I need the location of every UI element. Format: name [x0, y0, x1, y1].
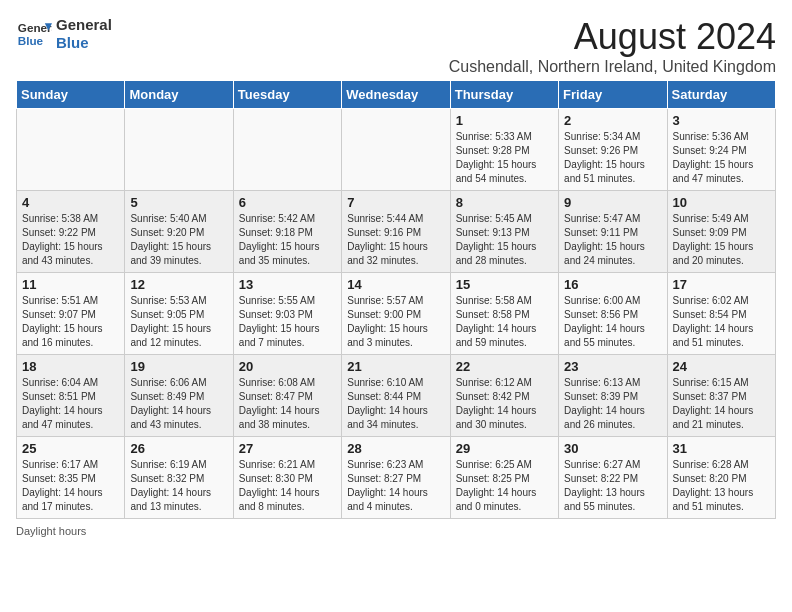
title-block: August 2024 Cushendall, Northern Ireland…: [449, 16, 776, 76]
day-number: 24: [673, 359, 770, 374]
day-cell: 27Sunrise: 6:21 AM Sunset: 8:30 PM Dayli…: [233, 437, 341, 519]
day-info: Sunrise: 6:28 AM Sunset: 8:20 PM Dayligh…: [673, 458, 770, 514]
day-number: 12: [130, 277, 227, 292]
day-info: Sunrise: 5:40 AM Sunset: 9:20 PM Dayligh…: [130, 212, 227, 268]
weekday-header-row: SundayMondayTuesdayWednesdayThursdayFrid…: [17, 81, 776, 109]
svg-text:Blue: Blue: [18, 34, 44, 47]
day-cell: [125, 109, 233, 191]
day-cell: 8Sunrise: 5:45 AM Sunset: 9:13 PM Daylig…: [450, 191, 558, 273]
day-number: 5: [130, 195, 227, 210]
day-info: Sunrise: 6:10 AM Sunset: 8:44 PM Dayligh…: [347, 376, 444, 432]
day-info: Sunrise: 6:15 AM Sunset: 8:37 PM Dayligh…: [673, 376, 770, 432]
day-number: 4: [22, 195, 119, 210]
day-info: Sunrise: 5:34 AM Sunset: 9:26 PM Dayligh…: [564, 130, 661, 186]
day-cell: [342, 109, 450, 191]
day-cell: 16Sunrise: 6:00 AM Sunset: 8:56 PM Dayli…: [559, 273, 667, 355]
day-number: 30: [564, 441, 661, 456]
day-number: 15: [456, 277, 553, 292]
day-cell: 25Sunrise: 6:17 AM Sunset: 8:35 PM Dayli…: [17, 437, 125, 519]
day-cell: 3Sunrise: 5:36 AM Sunset: 9:24 PM Daylig…: [667, 109, 775, 191]
day-cell: 24Sunrise: 6:15 AM Sunset: 8:37 PM Dayli…: [667, 355, 775, 437]
day-info: Sunrise: 5:47 AM Sunset: 9:11 PM Dayligh…: [564, 212, 661, 268]
week-row-1: 4Sunrise: 5:38 AM Sunset: 9:22 PM Daylig…: [17, 191, 776, 273]
weekday-header-thursday: Thursday: [450, 81, 558, 109]
day-cell: 14Sunrise: 5:57 AM Sunset: 9:00 PM Dayli…: [342, 273, 450, 355]
logo-blue: Blue: [56, 34, 112, 52]
day-number: 18: [22, 359, 119, 374]
day-cell: [17, 109, 125, 191]
day-number: 11: [22, 277, 119, 292]
day-cell: 17Sunrise: 6:02 AM Sunset: 8:54 PM Dayli…: [667, 273, 775, 355]
logo-icon: General Blue: [16, 16, 52, 52]
day-cell: 19Sunrise: 6:06 AM Sunset: 8:49 PM Dayli…: [125, 355, 233, 437]
day-cell: 9Sunrise: 5:47 AM Sunset: 9:11 PM Daylig…: [559, 191, 667, 273]
day-info: Sunrise: 6:00 AM Sunset: 8:56 PM Dayligh…: [564, 294, 661, 350]
calendar: SundayMondayTuesdayWednesdayThursdayFrid…: [16, 80, 776, 519]
day-info: Sunrise: 5:51 AM Sunset: 9:07 PM Dayligh…: [22, 294, 119, 350]
day-cell: 10Sunrise: 5:49 AM Sunset: 9:09 PM Dayli…: [667, 191, 775, 273]
day-cell: 2Sunrise: 5:34 AM Sunset: 9:26 PM Daylig…: [559, 109, 667, 191]
weekday-header-sunday: Sunday: [17, 81, 125, 109]
day-info: Sunrise: 5:53 AM Sunset: 9:05 PM Dayligh…: [130, 294, 227, 350]
day-number: 31: [673, 441, 770, 456]
day-cell: 22Sunrise: 6:12 AM Sunset: 8:42 PM Dayli…: [450, 355, 558, 437]
day-number: 17: [673, 277, 770, 292]
logo-general: General: [56, 16, 112, 34]
day-cell: 4Sunrise: 5:38 AM Sunset: 9:22 PM Daylig…: [17, 191, 125, 273]
day-cell: 31Sunrise: 6:28 AM Sunset: 8:20 PM Dayli…: [667, 437, 775, 519]
footer-note: Daylight hours: [16, 525, 776, 537]
day-number: 6: [239, 195, 336, 210]
day-cell: 11Sunrise: 5:51 AM Sunset: 9:07 PM Dayli…: [17, 273, 125, 355]
week-row-0: 1Sunrise: 5:33 AM Sunset: 9:28 PM Daylig…: [17, 109, 776, 191]
day-number: 22: [456, 359, 553, 374]
day-info: Sunrise: 6:27 AM Sunset: 8:22 PM Dayligh…: [564, 458, 661, 514]
main-title: August 2024: [449, 16, 776, 58]
day-info: Sunrise: 5:55 AM Sunset: 9:03 PM Dayligh…: [239, 294, 336, 350]
day-cell: 6Sunrise: 5:42 AM Sunset: 9:18 PM Daylig…: [233, 191, 341, 273]
day-number: 9: [564, 195, 661, 210]
day-cell: 29Sunrise: 6:25 AM Sunset: 8:25 PM Dayli…: [450, 437, 558, 519]
day-number: 8: [456, 195, 553, 210]
logo: General Blue General Blue: [16, 16, 112, 52]
day-cell: 28Sunrise: 6:23 AM Sunset: 8:27 PM Dayli…: [342, 437, 450, 519]
day-info: Sunrise: 5:38 AM Sunset: 9:22 PM Dayligh…: [22, 212, 119, 268]
day-cell: 20Sunrise: 6:08 AM Sunset: 8:47 PM Dayli…: [233, 355, 341, 437]
day-cell: 15Sunrise: 5:58 AM Sunset: 8:58 PM Dayli…: [450, 273, 558, 355]
svg-text:General: General: [18, 21, 52, 34]
day-cell: 26Sunrise: 6:19 AM Sunset: 8:32 PM Dayli…: [125, 437, 233, 519]
week-row-2: 11Sunrise: 5:51 AM Sunset: 9:07 PM Dayli…: [17, 273, 776, 355]
day-number: 27: [239, 441, 336, 456]
day-number: 20: [239, 359, 336, 374]
day-number: 1: [456, 113, 553, 128]
day-number: 16: [564, 277, 661, 292]
day-cell: 12Sunrise: 5:53 AM Sunset: 9:05 PM Dayli…: [125, 273, 233, 355]
day-cell: 5Sunrise: 5:40 AM Sunset: 9:20 PM Daylig…: [125, 191, 233, 273]
day-info: Sunrise: 5:58 AM Sunset: 8:58 PM Dayligh…: [456, 294, 553, 350]
day-cell: [233, 109, 341, 191]
day-number: 19: [130, 359, 227, 374]
calendar-body: 1Sunrise: 5:33 AM Sunset: 9:28 PM Daylig…: [17, 109, 776, 519]
day-info: Sunrise: 5:36 AM Sunset: 9:24 PM Dayligh…: [673, 130, 770, 186]
day-info: Sunrise: 5:45 AM Sunset: 9:13 PM Dayligh…: [456, 212, 553, 268]
day-number: 21: [347, 359, 444, 374]
day-number: 13: [239, 277, 336, 292]
week-row-3: 18Sunrise: 6:04 AM Sunset: 8:51 PM Dayli…: [17, 355, 776, 437]
day-number: 23: [564, 359, 661, 374]
day-cell: 21Sunrise: 6:10 AM Sunset: 8:44 PM Dayli…: [342, 355, 450, 437]
day-info: Sunrise: 5:33 AM Sunset: 9:28 PM Dayligh…: [456, 130, 553, 186]
day-info: Sunrise: 6:25 AM Sunset: 8:25 PM Dayligh…: [456, 458, 553, 514]
header: General Blue General Blue August 2024 Cu…: [16, 16, 776, 76]
day-info: Sunrise: 6:19 AM Sunset: 8:32 PM Dayligh…: [130, 458, 227, 514]
day-info: Sunrise: 5:57 AM Sunset: 9:00 PM Dayligh…: [347, 294, 444, 350]
day-number: 25: [22, 441, 119, 456]
subtitle: Cushendall, Northern Ireland, United Kin…: [449, 58, 776, 76]
weekday-header-wednesday: Wednesday: [342, 81, 450, 109]
day-info: Sunrise: 6:08 AM Sunset: 8:47 PM Dayligh…: [239, 376, 336, 432]
day-info: Sunrise: 6:13 AM Sunset: 8:39 PM Dayligh…: [564, 376, 661, 432]
day-cell: 13Sunrise: 5:55 AM Sunset: 9:03 PM Dayli…: [233, 273, 341, 355]
day-info: Sunrise: 6:23 AM Sunset: 8:27 PM Dayligh…: [347, 458, 444, 514]
day-cell: 23Sunrise: 6:13 AM Sunset: 8:39 PM Dayli…: [559, 355, 667, 437]
day-info: Sunrise: 6:12 AM Sunset: 8:42 PM Dayligh…: [456, 376, 553, 432]
day-info: Sunrise: 5:42 AM Sunset: 9:18 PM Dayligh…: [239, 212, 336, 268]
day-number: 26: [130, 441, 227, 456]
